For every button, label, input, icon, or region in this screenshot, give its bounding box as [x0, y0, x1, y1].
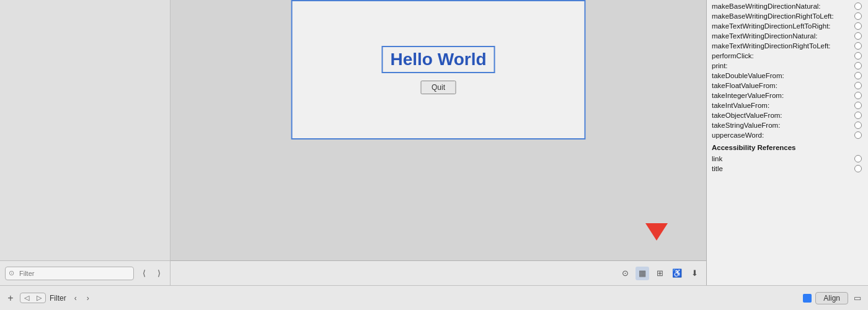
center-panel: Hello World Quit ⊙ ▦ ⊞ ♿ ⬇ — [170, 0, 707, 285]
accessibility-list-item[interactable]: title — [707, 164, 868, 174]
right-panel: makeBaseWritingDirectionNatural:makeBase… — [707, 0, 868, 285]
accessibility-list-item[interactable]: link — [707, 154, 868, 164]
canvas-bottom-bar: ⊙ ▦ ⊞ ♿ ⬇ — [170, 260, 706, 285]
monitor-icon[interactable]: ▭ — [852, 293, 863, 304]
radio-btn[interactable] — [854, 2, 862, 10]
canvas-window: Hello World Quit — [291, 0, 586, 140]
right-list-item[interactable]: takeStringValueFrom: — [707, 120, 868, 130]
filter-label: Filter — [50, 294, 66, 303]
radio-btn[interactable] — [854, 102, 862, 109]
arrow-right-btn[interactable]: › — [82, 293, 94, 304]
right-list-item[interactable]: takeIntegerValueFrom: — [707, 91, 868, 100]
bottom-bar: + ◁ ▷ Filter ‹ › Align ▭ — [0, 285, 868, 310]
right-list-item-label: uppercaseWord: — [712, 131, 764, 139]
right-list-item[interactable]: performClick: — [707, 51, 868, 61]
canvas-area: Hello World Quit — [170, 0, 706, 260]
right-list-item-label: performClick: — [712, 52, 754, 60]
right-list-item[interactable]: makeTextWritingDirectionLeftToRight: — [707, 21, 868, 31]
right-list-item[interactable]: print: — [707, 61, 868, 71]
radio-btn[interactable] — [854, 155, 862, 162]
back-arrow-btn[interactable]: ⟨ — [138, 267, 150, 280]
right-list-item-label: takeObjectValueFrom: — [712, 112, 782, 119]
radio-btn[interactable] — [854, 12, 862, 20]
right-list-item-label: makeTextWritingDirectionNatural: — [712, 32, 817, 40]
radio-btn[interactable] — [854, 112, 862, 119]
segment-control: ◁ ▷ — [20, 293, 46, 303]
person-icon-btn[interactable]: ⊙ — [618, 267, 632, 280]
arrow-left-btn[interactable]: ‹ — [70, 293, 81, 304]
right-list-item-label: takeIntegerValueFrom: — [712, 92, 784, 99]
align-button[interactable]: Align — [815, 292, 848, 304]
filter-input[interactable] — [5, 267, 134, 280]
right-list-item-label: takeIntValueFrom: — [712, 102, 769, 109]
right-panel-list: makeBaseWritingDirectionNatural:makeBase… — [707, 0, 868, 285]
bottom-bar-right: Align ▭ — [702, 292, 863, 304]
quit-button[interactable]: Quit — [421, 81, 456, 94]
right-list-item-label: makeTextWritingDirectionRightToLeft: — [712, 42, 831, 50]
left-panel-bottom: ⊙ ⟨ ⟩ — [0, 260, 170, 285]
right-list-item[interactable]: uppercaseWord: — [707, 130, 868, 140]
arrow-head — [645, 223, 668, 241]
radio-btn[interactable] — [854, 131, 862, 139]
right-list-item-label: makeBaseWritingDirectionRightToLeft: — [712, 12, 834, 20]
accessibility-item-label: link — [712, 155, 722, 162]
export-icon-btn[interactable]: ⬇ — [688, 267, 701, 280]
bottom-icons-group: ⟨ ⟩ — [138, 267, 165, 280]
canvas-bottom-icons: ⊙ ▦ ⊞ ♿ ⬇ — [618, 267, 701, 280]
right-list-item[interactable]: takeIntValueFrom: — [707, 100, 868, 110]
radio-btn[interactable] — [854, 32, 862, 40]
radio-btn[interactable] — [854, 165, 862, 172]
right-list-item[interactable]: makeBaseWritingDirectionNatural: — [707, 1, 868, 11]
radio-btn[interactable] — [854, 52, 862, 60]
segment-left-btn[interactable]: ◁ — [20, 293, 33, 303]
accessibility-icon-btn[interactable]: ♿ — [670, 267, 684, 280]
left-panel-content — [0, 0, 170, 260]
right-list-item-label: takeStringValueFrom: — [712, 122, 780, 129]
blue-indicator — [803, 294, 812, 303]
radio-btn[interactable] — [854, 82, 862, 89]
right-list-item-label: takeDoubleValueFrom: — [712, 72, 784, 79]
radio-btn[interactable] — [854, 62, 862, 69]
right-list-item[interactable]: takeDoubleValueFrom: — [707, 71, 868, 81]
add-item-btn[interactable]: + — [5, 293, 16, 304]
right-list-item[interactable]: takeFloatValueFrom: — [707, 81, 868, 91]
segment-right-btn[interactable]: ▷ — [33, 293, 45, 303]
right-list-item[interactable]: makeBaseWritingDirectionRightToLeft: — [707, 11, 868, 21]
left-panel: ⊙ ⟨ ⟩ — [0, 0, 170, 285]
accessibility-item-label: title — [712, 165, 723, 172]
radio-btn[interactable] — [854, 122, 862, 129]
radio-btn[interactable] — [854, 72, 862, 79]
filter-search-icon: ⊙ — [9, 269, 14, 277]
right-list-item[interactable]: makeTextWritingDirectionRightToLeft: — [707, 41, 868, 51]
resize-icon-btn[interactable]: ⊞ — [653, 267, 666, 280]
hello-world-label: Hello World — [381, 46, 495, 73]
right-list-item-label: print: — [712, 62, 728, 69]
filter-wrapper: ⊙ — [5, 267, 134, 280]
accessibility-section-header: Accessibility References — [707, 140, 868, 154]
radio-btn[interactable] — [854, 92, 862, 99]
arrow-btns-group: ‹ › — [70, 293, 94, 304]
radio-btn[interactable] — [854, 42, 862, 50]
right-list-item[interactable]: takeObjectValueFrom: — [707, 110, 868, 120]
forward-arrow-btn[interactable]: ⟩ — [153, 267, 165, 280]
radio-btn[interactable] — [854, 22, 862, 30]
right-list-item[interactable]: makeTextWritingDirectionNatural: — [707, 31, 868, 41]
right-list-item-label: makeBaseWritingDirectionNatural: — [712, 2, 821, 10]
right-list-item-label: makeTextWritingDirectionLeftToRight: — [712, 22, 831, 30]
bottom-bar-left: + ◁ ▷ Filter ‹ › — [5, 293, 175, 304]
layout-icon-btn[interactable]: ▦ — [636, 267, 649, 280]
right-list-item-label: takeFloatValueFrom: — [712, 82, 777, 89]
